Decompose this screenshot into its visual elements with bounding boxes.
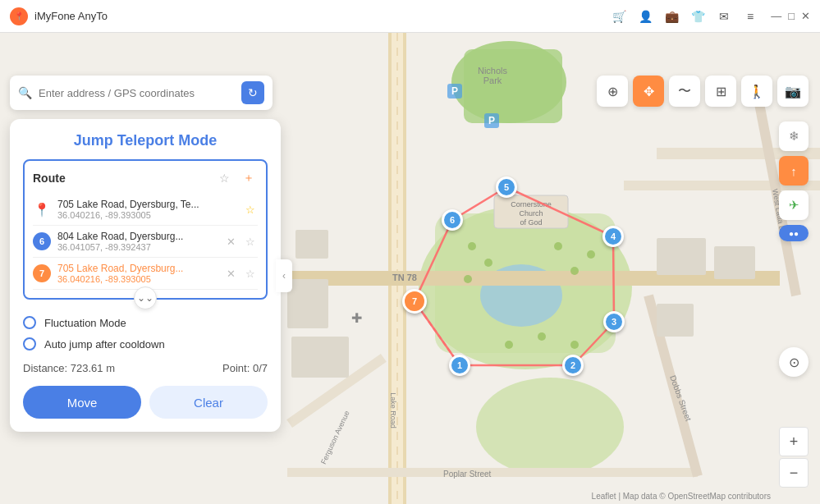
waypoint-1[interactable]: 1 (449, 355, 470, 376)
route-item-3-close[interactable]: ✕ (223, 266, 238, 281)
route-dot-2: 6 (33, 232, 51, 250)
title-bar-icons: 🛒 👤 💼 👕 ✉ ≡ (612, 9, 758, 24)
panel-collapse-button[interactable]: ‹ (276, 259, 292, 292)
waypoint-3[interactable]: 3 (603, 311, 625, 332)
search-bar: 🔍 ↻ (10, 76, 273, 110)
move-tool-button[interactable]: ✥ (633, 76, 664, 107)
point-value: 0/7 (253, 362, 268, 374)
camera-tool-button[interactable]: 📷 (777, 76, 809, 107)
route-item-2-star[interactable]: ☆ (243, 234, 258, 249)
route-item-2: 6 804 Lake Road, Dyersburg... 36.041057,… (33, 226, 258, 258)
map-credit: Leaflet | Map data © OpenStreetMap contr… (592, 492, 771, 501)
route-item-1: 📍 705 Lake Road, Dyersburg, Te... 36.040… (33, 194, 258, 226)
waypoint-6[interactable]: 6 (442, 209, 463, 231)
svg-rect-15 (287, 468, 698, 477)
freeze-button[interactable]: ❄ (779, 121, 809, 151)
svg-text:P: P (451, 85, 458, 97)
fly-button[interactable]: ✈ (779, 190, 809, 220)
route-item-3-actions: ✕ ☆ (223, 266, 258, 281)
fluctuation-mode-row: Fluctuation Mode (23, 316, 268, 329)
fluctuation-mode-radio[interactable] (23, 316, 36, 329)
waypoint-4[interactable]: 4 (602, 226, 624, 247)
clear-button[interactable]: Clear (149, 386, 268, 419)
collapse-route-button[interactable]: ⌄⌄ (134, 286, 157, 309)
route-item-2-name: 804 Lake Road, Dyersburg... (57, 231, 217, 242)
title-bar: 📍 iMyFone AnyTo 🛒 👤 💼 👕 ✉ ≡ — □ ✕ (0, 0, 820, 33)
crosshair-tool-button[interactable]: ⊕ (597, 76, 628, 107)
route-item-3-coords: 36.040216, -89.393005 (57, 274, 217, 284)
svg-text:TN 78: TN 78 (392, 273, 417, 282)
refresh-icon: ↻ (248, 86, 258, 99)
zoom-in-button[interactable]: + (779, 427, 809, 456)
waypoint-5[interactable]: 5 (496, 176, 517, 198)
map-area[interactable]: TN 78 Poplar Street Bush Street Dobbs St… (0, 33, 820, 504)
point-label: Point: (222, 362, 253, 374)
route-item-2-coords: 36.041057, -89.392437 (57, 242, 217, 252)
menu-icon[interactable]: ≡ (743, 9, 758, 24)
shirt-icon[interactable]: 👕 (690, 9, 705, 24)
close-button[interactable]: ✕ (801, 10, 810, 22)
distance-value: 723.61 m (71, 362, 115, 374)
move-button[interactable]: Move (23, 386, 141, 419)
autojump-mode-radio[interactable] (23, 337, 36, 351)
route-item-3-name: 705 Lake Road, Dyersburg... (57, 263, 217, 274)
distance-label: Distance: (23, 362, 71, 374)
route-tool-button[interactable]: 〜 (669, 76, 700, 107)
svg-text:Lake Road: Lake Road (389, 392, 397, 428)
user-icon[interactable]: 👤 (638, 9, 653, 24)
route-item-3: 7 705 Lake Road, Dyersburg... 36.040216,… (33, 258, 258, 290)
grid-tool-button[interactable]: ⊞ (705, 76, 736, 107)
cart-icon[interactable]: 🛒 (612, 9, 626, 24)
svg-text:Cornerstone: Cornerstone (511, 200, 552, 208)
panel-options: Fluctuation Mode Auto jump after cooldow… (23, 316, 268, 351)
svg-point-44 (587, 250, 595, 259)
svg-point-39 (468, 242, 476, 250)
route-box: Route ☆ ＋ 📍 705 Lake Road, Dyersburg, Te… (23, 159, 268, 300)
add-route-button[interactable]: ＋ (240, 169, 258, 187)
briefcase-icon[interactable]: 💼 (664, 9, 679, 24)
zoom-out-button[interactable]: − (779, 458, 809, 488)
mail-icon[interactable]: ✉ (717, 9, 731, 24)
route-item-2-close[interactable]: ✕ (223, 234, 238, 249)
app-logo: 📍 (10, 7, 28, 25)
route-dot-1: 📍 (33, 200, 51, 218)
route-label: Route (33, 172, 66, 185)
location-pin-icon: 📍 (34, 202, 50, 218)
svg-rect-33 (287, 279, 328, 328)
distance-stat: Distance: 723.61 m (23, 362, 115, 374)
waypoint-7-current[interactable]: 7 (402, 289, 427, 314)
search-input[interactable] (39, 87, 235, 99)
svg-rect-38 (657, 304, 694, 337)
minimize-button[interactable]: — (771, 10, 781, 22)
waypoint-2[interactable]: 2 (562, 355, 584, 376)
route-header-icons: ☆ ＋ (215, 169, 258, 187)
person-tool-button[interactable]: 🚶 (741, 76, 772, 107)
record-toggle-button[interactable]: ●● (779, 225, 809, 241)
autojump-mode-label: Auto jump after cooldown (44, 338, 165, 351)
route-item-3-star[interactable]: ☆ (243, 266, 258, 281)
maximize-button[interactable]: □ (788, 10, 795, 22)
route-item-2-info: 804 Lake Road, Dyersburg... 36.041057, -… (57, 231, 217, 252)
svg-rect-4 (464, 49, 562, 123)
window-controls: — □ ✕ (771, 10, 810, 22)
route-header: Route ☆ ＋ (33, 169, 258, 187)
star-route-button[interactable]: ☆ (215, 169, 233, 187)
search-icon: 🔍 (18, 86, 32, 99)
locate-button[interactable]: ⊙ (779, 347, 809, 377)
svg-point-47 (505, 341, 513, 349)
zoom-controls: + − (779, 427, 809, 488)
panel-title: Jump Teleport Mode (23, 132, 268, 149)
svg-text:Park: Park (483, 76, 502, 85)
search-refresh-button[interactable]: ↻ (241, 81, 264, 104)
route-item-3-info: 705 Lake Road, Dyersburg... 36.040216, -… (57, 263, 217, 284)
autojump-mode-row: Auto jump after cooldown (23, 337, 268, 351)
svg-point-46 (570, 341, 579, 349)
route-item-1-actions: ☆ (243, 202, 258, 217)
side-panel: Jump Teleport Mode Route ☆ ＋ 📍 705 Lake … (10, 119, 281, 432)
map-cross-icon: ✚ (351, 310, 362, 326)
point-stat: Point: 0/7 (222, 362, 268, 374)
route-item-1-star[interactable]: ☆ (243, 202, 258, 217)
svg-point-40 (484, 259, 492, 267)
upload-button[interactable]: ↑ (779, 156, 809, 186)
svg-rect-37 (714, 246, 755, 279)
